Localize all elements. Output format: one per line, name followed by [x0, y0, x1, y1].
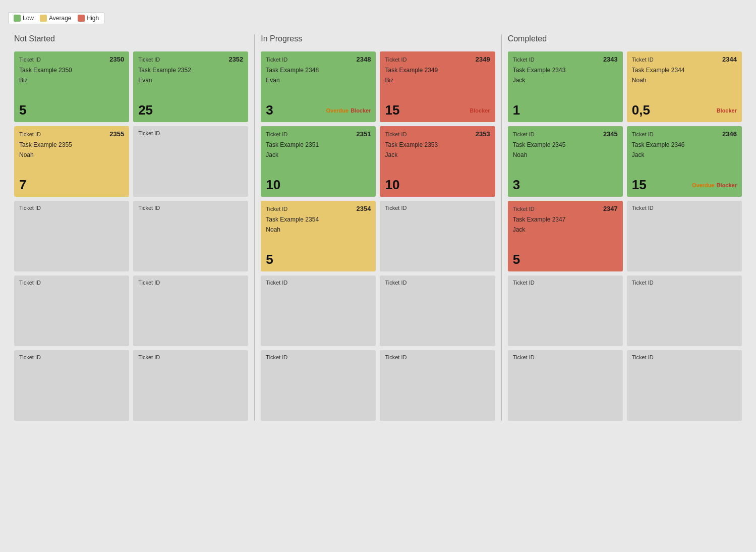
card-title: Task Example 2349 — [385, 66, 490, 75]
card-number: 15 — [632, 177, 647, 193]
card-2348[interactable]: Ticket ID2348Task Example 2348Evan3Overd… — [261, 51, 376, 122]
card-number: 3 — [513, 177, 520, 193]
card-number: 5 — [19, 102, 26, 118]
cards-grid-in-progress: Ticket ID2348Task Example 2348Evan3Overd… — [261, 51, 495, 421]
ticket-id-label-empty: Ticket ID — [266, 354, 287, 360]
card-header-empty: Ticket ID — [632, 280, 737, 286]
section-in-progress: In ProgressTicket ID2348Task Example 234… — [255, 34, 501, 421]
card-not-started-empty-7: Ticket ID — [133, 275, 248, 346]
card-title: Task Example 2350 — [19, 66, 124, 75]
section-title-not-started: Not Started — [14, 34, 248, 45]
ticket-id-label-empty: Ticket ID — [266, 280, 287, 286]
card-header-empty: Ticket ID — [385, 280, 490, 286]
card-in-progress-empty-8: Ticket ID — [261, 350, 376, 421]
card-title: Task Example 2348 — [266, 66, 371, 75]
section-not-started: Not StartedTicket ID2350Task Example 235… — [8, 34, 255, 421]
card-assignee: Noah — [513, 151, 618, 158]
card-in-progress-empty-5: Ticket ID — [380, 201, 495, 271]
card-number: 3 — [266, 102, 273, 118]
card-header-empty: Ticket ID — [385, 205, 490, 211]
card-not-started-empty-4: Ticket ID — [14, 201, 129, 271]
card-2352[interactable]: Ticket ID2352Task Example 2352Evan25 — [133, 51, 248, 122]
ticket-id-value: 2350 — [109, 56, 124, 63]
card-footer: 25 — [138, 102, 243, 118]
card-2349[interactable]: Ticket ID2349Task Example 2349Biz15Block… — [380, 51, 495, 122]
ticket-id-label: Ticket ID — [513, 57, 535, 63]
card-footer: 15OverdueBlocker — [632, 177, 737, 193]
ticket-id-label: Ticket ID — [513, 131, 535, 137]
card-number: 10 — [266, 177, 280, 193]
ticket-id-value: 2353 — [476, 130, 490, 138]
card-in-progress-empty-7: Ticket ID — [380, 275, 495, 346]
card-not-started-empty-6: Ticket ID — [14, 275, 129, 346]
card-footer: 10 — [266, 177, 371, 193]
tag-blocker: Blocker — [717, 107, 737, 114]
card-header-empty: Ticket ID — [19, 354, 124, 360]
card-header-empty: Ticket ID — [266, 280, 371, 286]
ticket-id-value: 2355 — [109, 130, 124, 138]
ticket-id-label: Ticket ID — [19, 131, 41, 137]
legend: LowAverageHigh — [8, 12, 104, 24]
card-completed-empty-6: Ticket ID — [508, 275, 623, 346]
ticket-id-value: 2348 — [357, 56, 371, 63]
card-footer: 7 — [19, 177, 124, 193]
card-header-empty: Ticket ID — [138, 130, 243, 136]
card-header-empty: Ticket ID — [385, 354, 490, 360]
tag-blocker: Blocker — [470, 107, 490, 114]
card-assignee: Noah — [632, 77, 737, 84]
card-header-empty: Ticket ID — [266, 354, 371, 360]
card-header-empty: Ticket ID — [513, 354, 618, 360]
card-in-progress-empty-6: Ticket ID — [261, 275, 376, 346]
card-header-empty: Ticket ID — [138, 205, 243, 211]
card-footer: 15Blocker — [385, 102, 490, 118]
legend-label-low: Low — [23, 15, 34, 22]
card-footer: 5 — [19, 102, 124, 118]
card-header: Ticket ID2345 — [513, 130, 618, 138]
ticket-id-label: Ticket ID — [385, 57, 406, 63]
card-assignee: Biz — [385, 77, 490, 84]
section-completed: CompletedTicket ID2343Task Example 2343J… — [502, 34, 748, 421]
cards-grid-not-started: Ticket ID2350Task Example 2350Biz5Ticket… — [14, 51, 248, 421]
card-header: Ticket ID2349 — [385, 56, 490, 63]
card-assignee: Biz — [19, 77, 124, 84]
card-2347[interactable]: Ticket ID2347Task Example 2347Jack5 — [508, 201, 623, 271]
card-completed-empty-7: Ticket ID — [627, 275, 742, 346]
card-assignee: Jack — [513, 77, 618, 84]
card-2351[interactable]: Ticket ID2351Task Example 2351Jack10 — [261, 126, 376, 197]
ticket-id-label-empty: Ticket ID — [513, 354, 535, 360]
card-2345[interactable]: Ticket ID2345Task Example 2345Noah3 — [508, 126, 623, 197]
card-in-progress-empty-9: Ticket ID — [380, 350, 495, 421]
ticket-id-label-empty: Ticket ID — [385, 205, 406, 211]
ticket-id-value: 2354 — [357, 205, 371, 212]
card-number: 5 — [513, 252, 520, 267]
card-title: Task Example 2354 — [266, 215, 371, 224]
card-header: Ticket ID2353 — [385, 130, 490, 138]
ticket-id-value: 2351 — [357, 130, 371, 138]
ticket-id-value: 2349 — [476, 56, 490, 63]
ticket-id-value: 2345 — [603, 130, 618, 138]
card-tags: Blocker — [470, 107, 490, 114]
card-footer: 5 — [513, 252, 618, 267]
tag-blocker: Blocker — [717, 182, 737, 188]
ticket-id-label: Ticket ID — [19, 57, 41, 63]
card-footer: 5 — [266, 252, 371, 267]
card-2346[interactable]: Ticket ID2346Task Example 2346Jack15Over… — [627, 126, 742, 197]
card-2355[interactable]: Ticket ID2355Task Example 2355Noah7 — [14, 126, 129, 197]
card-2354[interactable]: Ticket ID2354Task Example 2354Noah5 — [261, 201, 376, 271]
card-assignee: Jack — [385, 151, 490, 158]
card-header: Ticket ID2352 — [138, 56, 243, 63]
board-container: Not StartedTicket ID2350Task Example 235… — [8, 34, 748, 421]
card-header-empty: Ticket ID — [19, 280, 124, 286]
section-title-in-progress: In Progress — [261, 34, 495, 45]
card-number: 0,5 — [632, 102, 650, 118]
card-2353[interactable]: Ticket ID2353Task Example 2353Jack10 — [380, 126, 495, 197]
legend-color-low — [14, 15, 21, 22]
card-tags: OverdueBlocker — [326, 107, 371, 114]
card-2343[interactable]: Ticket ID2343Task Example 2343Jack1 — [508, 51, 623, 122]
card-header-empty: Ticket ID — [632, 354, 737, 360]
card-title: Task Example 2345 — [513, 141, 618, 149]
card-2344[interactable]: Ticket ID2344Task Example 2344Noah0,5Blo… — [627, 51, 742, 122]
legend-label-average: Average — [49, 15, 71, 22]
card-2350[interactable]: Ticket ID2350Task Example 2350Biz5 — [14, 51, 129, 122]
card-title: Task Example 2353 — [385, 141, 490, 149]
